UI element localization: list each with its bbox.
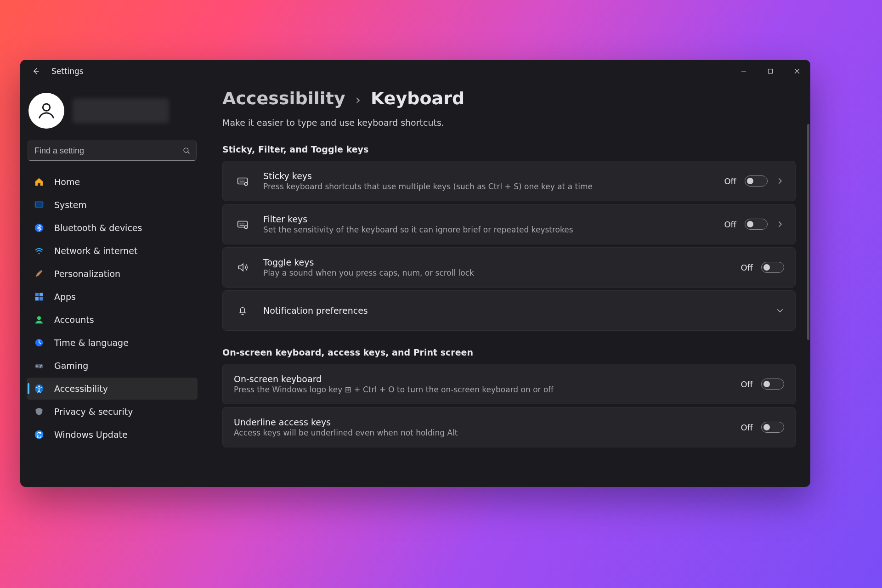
svg-point-17 xyxy=(35,430,43,439)
chevron-down-icon xyxy=(776,306,784,315)
sidebar-item-time-language[interactable]: Time & language xyxy=(27,332,198,354)
bell-icon xyxy=(234,305,251,316)
search-input[interactable] xyxy=(34,146,176,156)
chevron-right-icon xyxy=(776,220,784,228)
sidebar-item-accessibility[interactable]: Accessibility xyxy=(27,378,198,400)
sidebar-item-label: Gaming xyxy=(54,361,88,371)
network-icon xyxy=(33,245,45,257)
svg-point-14 xyxy=(40,366,41,368)
sidebar: HomeSystemBluetooth & devicesNetwork & i… xyxy=(20,83,204,487)
settings-window: Settings xyxy=(20,60,810,487)
expand-button[interactable] xyxy=(776,306,784,315)
privacy-icon xyxy=(33,406,45,418)
avatar xyxy=(28,93,64,129)
sidebar-item-apps[interactable]: Apps xyxy=(27,286,198,308)
setting-description: Press the Windows logo key ⊞ + Ctrl + O … xyxy=(234,385,729,394)
close-button[interactable] xyxy=(784,62,810,80)
sidebar-item-network-internet[interactable]: Network & internet xyxy=(27,240,198,262)
svg-point-22 xyxy=(246,226,247,227)
scrollbar[interactable] xyxy=(805,124,809,484)
search-icon xyxy=(182,147,191,155)
sidebar-item-label: Apps xyxy=(54,292,76,302)
sidebar-item-label: Time & language xyxy=(54,338,129,348)
setting-description: Set the sensitivity of the keyboard so i… xyxy=(263,225,712,234)
sidebar-item-bluetooth-devices[interactable]: Bluetooth & devices xyxy=(27,217,198,239)
toggle-switch[interactable] xyxy=(761,422,784,433)
toggle-switch[interactable] xyxy=(761,379,784,390)
svg-rect-8 xyxy=(35,297,39,300)
sidebar-item-windows-update[interactable]: Windows Update xyxy=(27,424,198,446)
accounts-icon xyxy=(33,314,45,326)
setting-row-toggle-keys: Toggle keysPlay a sound when you press c… xyxy=(222,247,796,288)
sidebar-item-personalization[interactable]: Personalization xyxy=(27,263,198,285)
sidebar-item-system[interactable]: System xyxy=(27,194,198,216)
accessibility-icon xyxy=(33,383,45,395)
svg-point-2 xyxy=(184,148,188,153)
close-icon xyxy=(794,68,800,74)
sidebar-item-label: Windows Update xyxy=(54,430,128,440)
svg-point-10 xyxy=(37,316,41,320)
svg-rect-0 xyxy=(769,69,773,74)
minimize-icon xyxy=(741,68,746,74)
svg-rect-4 xyxy=(35,202,43,207)
sidebar-nav: HomeSystemBluetooth & devicesNetwork & i… xyxy=(27,171,198,446)
setting-row-on-screen-keyboard: On-screen keyboardPress the Windows logo… xyxy=(222,364,796,404)
titlebar: Settings xyxy=(20,60,810,83)
keyboard-sticky-icon xyxy=(234,175,251,187)
sidebar-item-gaming[interactable]: Gaming xyxy=(27,355,198,377)
section-title: On-screen keyboard, access keys, and Pri… xyxy=(222,347,808,357)
back-button[interactable] xyxy=(28,64,43,79)
page-subtitle: Make it easier to type and use keyboard … xyxy=(222,118,808,128)
setting-title: On-screen keyboard xyxy=(234,374,729,384)
setting-title: Underline access keys xyxy=(234,417,729,427)
maximize-button[interactable] xyxy=(757,62,784,80)
setting-title: Sticky keys xyxy=(263,171,712,181)
time-icon xyxy=(33,337,45,349)
svg-rect-9 xyxy=(40,297,43,300)
sidebar-item-privacy-security[interactable]: Privacy & security xyxy=(27,401,198,423)
scroll-thumb[interactable] xyxy=(807,124,809,340)
breadcrumb: Accessibility › Keyboard xyxy=(222,88,808,108)
chevron-right-icon: › xyxy=(356,92,361,107)
sidebar-item-label: System xyxy=(54,200,87,210)
setting-description: Access keys will be underlined even when… xyxy=(234,428,729,437)
setting-row-sticky-keys[interactable]: Sticky keysPress keyboard shortcuts that… xyxy=(222,161,796,201)
sidebar-item-label: Personalization xyxy=(54,269,120,279)
profile[interactable] xyxy=(27,90,198,137)
toggle-state-label: Off xyxy=(741,379,753,389)
toggle-switch[interactable] xyxy=(745,219,768,230)
bluetooth-icon xyxy=(33,222,45,234)
svg-point-1 xyxy=(43,104,50,111)
sidebar-item-label: Accounts xyxy=(54,315,94,325)
setting-row-notification-preferences[interactable]: Notification preferences xyxy=(222,290,796,331)
expand-button[interactable] xyxy=(776,177,784,185)
gaming-icon xyxy=(33,360,45,372)
minimize-button[interactable] xyxy=(730,62,757,80)
window-title: Settings xyxy=(51,67,84,76)
search-box[interactable] xyxy=(28,141,197,161)
setting-row-filter-keys[interactable]: Filter keysSet the sensitivity of the ke… xyxy=(222,204,796,244)
setting-title: Notification preferences xyxy=(263,305,764,316)
profile-name-redacted xyxy=(73,98,169,123)
sidebar-item-label: Privacy & security xyxy=(54,407,133,417)
svg-rect-6 xyxy=(35,293,39,296)
breadcrumb-parent[interactable]: Accessibility xyxy=(222,88,345,108)
sidebar-item-label: Accessibility xyxy=(54,384,108,394)
sidebar-item-label: Bluetooth & devices xyxy=(54,223,142,233)
main-pane: Accessibility › Keyboard Make it easier … xyxy=(204,83,810,487)
keyboard-filter-icon xyxy=(234,218,251,230)
sidebar-item-accounts[interactable]: Accounts xyxy=(27,309,198,331)
svg-point-16 xyxy=(38,385,40,387)
toggle-state-label: Off xyxy=(741,263,753,272)
expand-button[interactable] xyxy=(776,220,784,228)
toggle-switch[interactable] xyxy=(745,175,768,187)
chevron-right-icon xyxy=(776,177,784,185)
setting-title: Filter keys xyxy=(263,214,712,224)
personalization-icon xyxy=(33,268,45,280)
system-icon xyxy=(33,199,45,211)
toggle-state-label: Off xyxy=(724,220,736,229)
page-title: Keyboard xyxy=(371,88,464,108)
toggle-switch[interactable] xyxy=(761,262,784,273)
apps-icon xyxy=(33,291,45,303)
sidebar-item-home[interactable]: Home xyxy=(27,171,198,193)
